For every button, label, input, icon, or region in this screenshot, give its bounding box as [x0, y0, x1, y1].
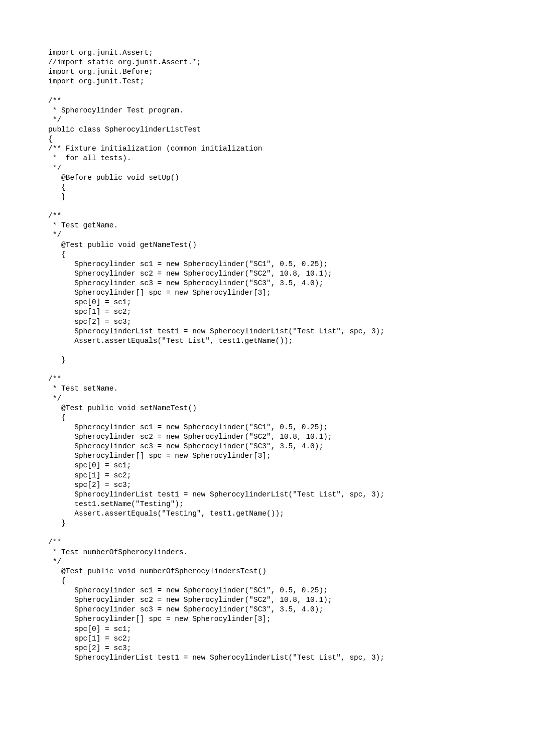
code-text: import org.junit.Assert; //import static…	[48, 49, 384, 662]
code-block: import org.junit.Assert; //import static…	[0, 0, 533, 663]
